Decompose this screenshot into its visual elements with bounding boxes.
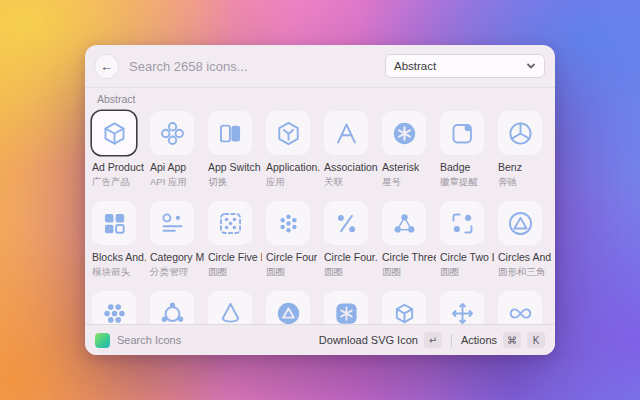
icon-subtitle-label: 圆圈 [208, 266, 262, 279]
icon-name-label: Circle Two L... [440, 251, 494, 263]
section-label: Abstract [85, 88, 555, 111]
icon-cell-circles-and[interactable]: Circles And... 圆形和三角 [494, 201, 552, 279]
icon-subtitle-label: 圆形和三角 [498, 266, 552, 279]
icon-name-label: Benz [498, 161, 552, 173]
icon-name-label: Circle Four [266, 251, 320, 263]
icon-name-label: Circle Three [382, 251, 436, 263]
icon-name-label: Circles And... [498, 251, 552, 263]
actions-button[interactable]: Actions [461, 334, 497, 346]
triangle-in-circle-icon[interactable] [498, 201, 542, 245]
window-header: ← Abstract [85, 45, 555, 87]
icon-cell-circle-five-l[interactable]: Circle Five L... 圆圈 [204, 201, 262, 279]
icon-name-label: Api App [150, 161, 204, 173]
download-svg-button[interactable]: Download SVG Icon [319, 334, 418, 346]
icon-name-label: Category M... [150, 251, 204, 263]
icon-cell-application[interactable]: Application... 应用 [262, 111, 320, 189]
icon-subtitle-label: 分类管理 [150, 266, 204, 279]
dot-slash-icon[interactable] [324, 201, 368, 245]
category-dropdown-value: Abstract [394, 60, 436, 72]
dashed-box-dots-icon[interactable] [208, 201, 252, 245]
back-button[interactable]: ← [95, 55, 118, 78]
three-dots-triangle-icon[interactable] [382, 201, 426, 245]
category-dropdown[interactable]: Abstract [385, 54, 545, 78]
triangle-frame-icon[interactable] [324, 111, 368, 155]
app-label: Search Icons [117, 334, 181, 346]
clover-plus-icon[interactable] [150, 111, 194, 155]
hexagon-branch-icon[interactable] [266, 111, 310, 155]
split-panels-icon[interactable] [208, 111, 252, 155]
icon-cell-circle-three[interactable]: Circle Three 圆圈 [378, 201, 436, 279]
status-bar: Search Icons Download SVG Icon ↵ Actions… [85, 324, 555, 355]
icon-cell-circle-four[interactable]: Circle Four... 圆圈 [320, 201, 378, 279]
back-arrow-icon: ← [100, 59, 113, 74]
icon-cell-circle-four[interactable]: Circle Four 圆圈 [262, 201, 320, 279]
category-dots-lines-icon[interactable] [150, 201, 194, 245]
icon-name-label: Blocks And... [92, 251, 146, 263]
icon-subtitle-label: 关联 [324, 176, 378, 189]
icon-name-label: Association [324, 161, 378, 173]
chevron-down-icon [526, 61, 536, 71]
icon-subtitle-label: 圆圈 [266, 266, 320, 279]
dot-flower-icon[interactable] [266, 201, 310, 245]
enter-key-badge: ↵ [424, 332, 442, 348]
icon-subtitle-label: 模块箭头 [92, 266, 146, 279]
footer-actions: Download SVG Icon ↵ Actions ⌘ K [319, 332, 545, 348]
icon-cell-ad-product[interactable]: Ad Product 广告产品 [88, 111, 146, 189]
icon-subtitle-label: API 应用 [150, 176, 204, 189]
icon-cell-circle-two-l[interactable]: Circle Two L... 圆圈 [436, 201, 494, 279]
icon-grid: Ad Product 广告产品 Api App API 应用 App Switc… [85, 111, 555, 355]
asterisk-disc-icon[interactable] [382, 111, 426, 155]
icon-cell-app-switch[interactable]: App Switch 切换 [204, 111, 262, 189]
icon-subtitle-label: 广告产品 [92, 176, 146, 189]
badge-dot-icon[interactable] [440, 111, 484, 155]
icon-cell-benz[interactable]: Benz 奔驰 [494, 111, 552, 189]
app-logo-icon [95, 333, 110, 348]
command-key-badge: ⌘ [503, 332, 521, 348]
icon-cell-api-app[interactable]: Api App API 应用 [146, 111, 204, 189]
icon-subtitle-label: 应用 [266, 176, 320, 189]
icon-subtitle-label: 奔驰 [498, 176, 552, 189]
icon-cell-badge[interactable]: Badge 徽章提醒 [436, 111, 494, 189]
icon-name-label: Circle Five L... [208, 251, 262, 263]
icon-subtitle-label: 切换 [208, 176, 262, 189]
icon-search-window: ← Abstract Abstract Ad Product 广告产品 Api … [85, 45, 555, 355]
icon-name-label: Badge [440, 161, 494, 173]
icon-subtitle-label: 徽章提醒 [440, 176, 494, 189]
icon-cell-asterisk[interactable]: Asterisk 星号 [378, 111, 436, 189]
icon-subtitle-label: 圆圈 [440, 266, 494, 279]
icon-name-label: Circle Four... [324, 251, 378, 263]
icon-subtitle-label: 星号 [382, 176, 436, 189]
cube-box-icon[interactable] [92, 111, 136, 155]
icon-subtitle-label: 圆圈 [324, 266, 378, 279]
icon-name-label: App Switch [208, 161, 262, 173]
four-blocks-icon[interactable] [92, 201, 136, 245]
icon-name-label: Ad Product [92, 161, 146, 173]
search-input[interactable] [127, 58, 376, 75]
icon-name-label: Application... [266, 161, 320, 173]
icon-cell-category-m[interactable]: Category M... 分类管理 [146, 201, 204, 279]
tri-spoke-wheel-icon[interactable] [498, 111, 542, 155]
icon-cell-association[interactable]: Association 关联 [320, 111, 378, 189]
icon-subtitle-label: 圆圈 [382, 266, 436, 279]
k-key-badge: K [527, 332, 545, 348]
footer-separator [451, 334, 452, 347]
icon-cell-blocks-and[interactable]: Blocks And... 模块箭头 [88, 201, 146, 279]
corner-brackets-dots-icon[interactable] [440, 201, 484, 245]
icon-name-label: Asterisk [382, 161, 436, 173]
